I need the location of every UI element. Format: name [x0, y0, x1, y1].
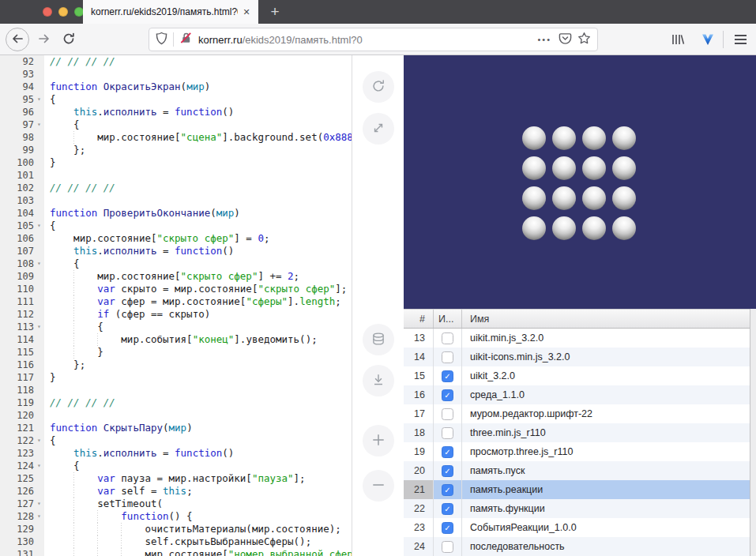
code-token: {: [50, 220, 56, 231]
row-index: 13: [404, 329, 434, 348]
minimize-window-button[interactable]: [58, 7, 68, 17]
browser-tab[interactable]: kornerr.ru/ekids2019/память.html?0 ✕: [83, 0, 258, 24]
code-token: 0x888888: [323, 131, 352, 143]
sphere[interactable]: [522, 126, 546, 150]
sphere[interactable]: [582, 126, 606, 150]
indent-guide: [73, 472, 97, 485]
fold-spacer: [34, 194, 44, 207]
code-line: if (сфер == скрыто): [50, 308, 352, 321]
table-row[interactable]: 18three.min.js_r110: [404, 423, 756, 442]
remove-button[interactable]: [363, 470, 394, 502]
used-checkbox[interactable]: ✓: [442, 484, 453, 496]
preview-canvas[interactable]: [404, 55, 756, 309]
table-row[interactable]: 15✓uikit_3.2.0: [404, 366, 756, 385]
library-icon[interactable]: [669, 32, 686, 47]
database-button[interactable]: [363, 324, 394, 355]
sphere[interactable]: [522, 186, 546, 210]
used-checkbox[interactable]: ✓: [442, 503, 453, 515]
refresh-button[interactable]: [363, 71, 394, 103]
fold-arrow-icon[interactable]: ▾: [34, 220, 44, 232]
used-checkbox[interactable]: ✓: [442, 465, 453, 477]
sphere[interactable]: [522, 156, 546, 180]
used-checkbox[interactable]: [442, 427, 453, 439]
pocket-icon[interactable]: [559, 32, 572, 48]
table-row[interactable]: 23✓СобытияРеакции_1.0.0: [404, 518, 756, 537]
gutter-line: 106: [0, 232, 44, 245]
sphere[interactable]: [552, 186, 576, 210]
fold-arrow-icon[interactable]: ▾: [34, 434, 44, 447]
used-checkbox[interactable]: ✓: [442, 370, 453, 382]
sphere[interactable]: [552, 126, 576, 150]
sphere[interactable]: [612, 186, 636, 210]
table-row[interactable]: 19✓просмотр.three.js_r110: [404, 442, 756, 461]
used-checkbox[interactable]: [442, 408, 453, 420]
table-row[interactable]: 24последовательность: [404, 537, 756, 556]
indent: [50, 472, 73, 485]
sphere[interactable]: [552, 156, 576, 180]
sphere[interactable]: [552, 216, 576, 240]
extension-gem-icon[interactable]: [699, 32, 717, 47]
close-window-button[interactable]: [43, 7, 52, 17]
reload-button[interactable]: [57, 28, 81, 51]
download-icon: [370, 372, 386, 390]
url-bar[interactable]: kornerr.ru/ekids2019/память.html?0 •••: [149, 28, 598, 51]
code-token: function: [121, 510, 168, 522]
line-number: 113: [0, 321, 34, 333]
tracking-shield-icon[interactable]: [156, 32, 167, 48]
table-row[interactable]: 14uikit-icons.min.js_3.2.0: [404, 348, 756, 366]
sphere[interactable]: [612, 216, 636, 240]
forward-button[interactable]: [32, 28, 56, 51]
code-token: "сцена": [181, 131, 223, 143]
table-scrollbar[interactable]: [750, 309, 756, 556]
fold-arrow-icon[interactable]: ▾: [34, 93, 44, 106]
fold-arrow-icon[interactable]: ▾: [34, 510, 44, 523]
fold-arrow-icon[interactable]: ▾: [34, 321, 44, 333]
sphere[interactable]: [582, 216, 606, 240]
used-checkbox[interactable]: [442, 332, 453, 344]
code-line: {: [50, 434, 352, 447]
file-name: просмотр.three.js_r110: [462, 442, 756, 461]
line-number: 119: [0, 396, 34, 409]
insecure-lock-icon[interactable]: [179, 32, 193, 47]
sphere[interactable]: [522, 216, 546, 240]
bookmark-star-icon[interactable]: [577, 32, 591, 48]
code-editor[interactable]: 92939495▾9697▾9899100101102103104105▾106…: [0, 55, 352, 556]
fold-arrow-icon[interactable]: ▾: [34, 257, 44, 270]
table-row[interactable]: 13uikit.min.js_3.2.0: [404, 329, 756, 348]
back-button[interactable]: [6, 28, 29, 51]
gutter-line: 118: [0, 384, 44, 396]
add-button[interactable]: [363, 425, 394, 456]
used-checkbox[interactable]: [442, 351, 453, 363]
used-checkbox[interactable]: ✓: [442, 522, 453, 534]
table-row[interactable]: 16✓среда_1.1.0: [404, 385, 756, 404]
right-panel: # И... Имя 13uikit.min.js_3.2.014uikit-i…: [404, 55, 756, 556]
sphere[interactable]: [582, 156, 606, 180]
expand-button[interactable]: [363, 113, 394, 145]
sphere[interactable]: [612, 156, 636, 180]
fold-arrow-icon[interactable]: ▾: [34, 460, 44, 472]
table-row[interactable]: 22✓память.функции: [404, 499, 756, 518]
code-token: ].background.set(: [222, 131, 323, 143]
used-checkbox[interactable]: ✓: [442, 446, 453, 458]
new-tab-button[interactable]: +: [265, 2, 284, 21]
table-row[interactable]: 17муром.редактор.шрифт-22: [404, 404, 756, 423]
used-checkbox[interactable]: [442, 541, 453, 553]
fold-spacer: [34, 308, 44, 321]
used-checkbox[interactable]: ✓: [442, 389, 453, 401]
download-button[interactable]: [363, 365, 394, 396]
table-row[interactable]: 21✓память.реакции: [404, 480, 756, 499]
back-icon: [11, 32, 24, 47]
code-token: (): [222, 106, 234, 118]
fold-arrow-icon[interactable]: ▾: [34, 118, 44, 131]
fold-spacer: [34, 384, 44, 396]
menu-icon[interactable]: [732, 32, 749, 47]
fold-spacer: [34, 472, 44, 485]
code-line: мир.состояние["сцена"].background.set(0x…: [50, 131, 352, 144]
tab-close-icon[interactable]: ✕: [240, 6, 253, 18]
fold-arrow-icon[interactable]: ▾: [34, 498, 44, 510]
sphere[interactable]: [612, 126, 636, 150]
table-row[interactable]: 20✓память.пуск: [404, 461, 756, 480]
page-actions-ellipsis-icon[interactable]: •••: [536, 35, 553, 44]
gutter-line: 94: [0, 81, 44, 93]
sphere[interactable]: [582, 186, 606, 210]
